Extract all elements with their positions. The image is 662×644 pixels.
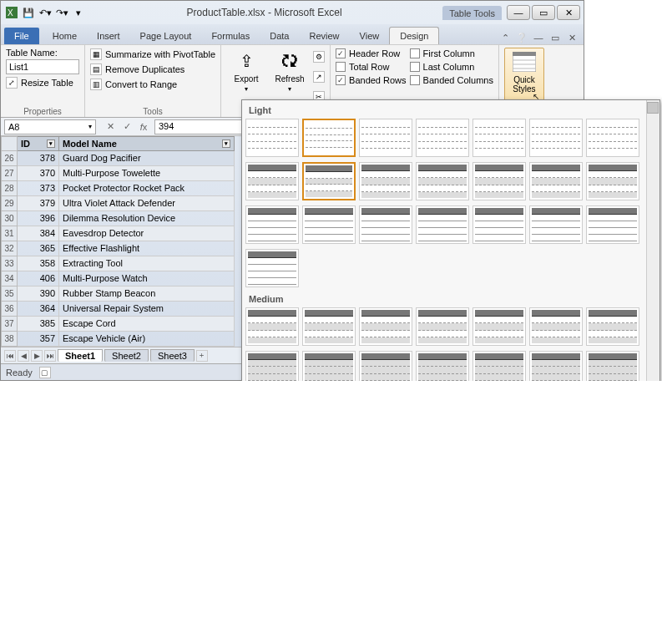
cell-id[interactable]: 365 xyxy=(18,241,59,256)
table-style-swatch[interactable] xyxy=(416,119,469,157)
remove-duplicates-button[interactable]: ▤Remove Duplicates xyxy=(90,63,215,76)
row-header[interactable]: 38 xyxy=(1,332,18,347)
resize-table-button[interactable]: ⤢ Resize Table xyxy=(6,76,79,89)
row-header[interactable]: 27 xyxy=(1,166,18,181)
tab-review[interactable]: Review xyxy=(299,28,349,44)
cell-id[interactable]: 384 xyxy=(18,226,59,241)
sheet-tab-2[interactable]: Sheet2 xyxy=(104,349,149,362)
name-box[interactable]: A8▾ xyxy=(4,119,96,134)
table-style-swatch[interactable] xyxy=(245,119,299,157)
tab-formulas[interactable]: Formulas xyxy=(201,28,260,44)
mdi-restore-icon[interactable]: ▭ xyxy=(548,31,562,44)
cell-id[interactable]: 390 xyxy=(18,287,59,302)
cell-id[interactable]: 396 xyxy=(18,211,59,226)
cell-id[interactable]: 406 xyxy=(18,271,59,287)
sheet-nav-last[interactable]: ⏭ xyxy=(44,350,56,362)
tab-view[interactable]: View xyxy=(350,28,390,44)
table-style-swatch[interactable] xyxy=(586,205,639,244)
row-header[interactable]: 37 xyxy=(1,317,18,332)
row-header[interactable]: 35 xyxy=(1,287,18,302)
export-button[interactable]: ⇪ Export ▾ xyxy=(226,48,266,106)
refresh-button[interactable]: 🗘 Refresh ▾ xyxy=(270,48,310,106)
gallery-scrollbar[interactable] xyxy=(646,100,659,381)
table-style-swatch[interactable] xyxy=(416,205,469,244)
cell-model[interactable]: Eavesdrop Detector xyxy=(59,226,235,241)
cell-model[interactable]: Multi-Purpose Watch xyxy=(59,271,235,287)
sheet-nav-prev[interactable]: ◀ xyxy=(18,350,29,362)
minimize-button[interactable]: — xyxy=(507,5,530,20)
fx-icon[interactable]: fx xyxy=(136,119,151,134)
row-header[interactable]: 31 xyxy=(1,226,18,241)
table-style-swatch[interactable] xyxy=(302,205,356,244)
table-style-swatch[interactable] xyxy=(586,307,639,346)
cell-model[interactable]: Escape Vehicle (Air) xyxy=(59,332,235,347)
tablename-input[interactable] xyxy=(6,59,79,74)
row-header[interactable]: 26 xyxy=(1,151,18,166)
sheet-nav-next[interactable]: ▶ xyxy=(31,350,43,362)
row-header[interactable]: 33 xyxy=(1,256,18,271)
cell-model[interactable]: Escape Cord xyxy=(59,317,235,332)
table-header-model[interactable]: Model Name▾ xyxy=(59,136,235,151)
cell-id[interactable]: 370 xyxy=(18,166,59,181)
table-style-swatch[interactable] xyxy=(472,307,526,346)
table-style-swatch[interactable] xyxy=(359,119,412,157)
table-style-swatch[interactable] xyxy=(302,351,356,381)
table-style-swatch[interactable] xyxy=(245,307,299,346)
quick-styles-button[interactable]: Quick Styles ↖ xyxy=(504,48,544,106)
ribbon-minimize-icon[interactable]: ⌃ xyxy=(498,31,512,44)
table-style-swatch[interactable] xyxy=(529,205,583,244)
table-style-swatch[interactable] xyxy=(529,119,583,157)
undo-icon[interactable]: ↶▾ xyxy=(38,5,53,20)
row-header[interactable]: 30 xyxy=(1,211,18,226)
last-column-checkbox[interactable]: Last Column xyxy=(410,61,493,73)
banded-columns-checkbox[interactable]: Banded Columns xyxy=(410,74,493,86)
table-style-swatch[interactable] xyxy=(529,351,583,381)
table-style-swatch[interactable] xyxy=(245,162,299,200)
cell-id[interactable]: 378 xyxy=(18,151,59,166)
table-style-swatch[interactable] xyxy=(586,351,639,381)
filter-dropdown-id[interactable]: ▾ xyxy=(47,139,55,148)
tab-pagelayout[interactable]: Page Layout xyxy=(130,28,202,44)
row-header[interactable]: 36 xyxy=(1,302,18,317)
enter-formula-icon[interactable]: ✓ xyxy=(119,119,134,134)
close-button[interactable]: ✕ xyxy=(557,5,580,20)
row-header[interactable]: 29 xyxy=(1,196,18,211)
table-style-swatch[interactable] xyxy=(586,119,639,157)
table-style-swatch[interactable] xyxy=(472,119,526,157)
cell-model[interactable]: Dilemma Resolution Device xyxy=(59,211,235,226)
ext-properties-icon[interactable]: ⚙ xyxy=(313,51,325,63)
mdi-minimize-icon[interactable]: — xyxy=(532,31,545,44)
excel-icon[interactable]: X xyxy=(4,5,19,20)
table-style-swatch[interactable] xyxy=(416,307,469,346)
row-header[interactable]: 28 xyxy=(1,181,18,196)
tab-design[interactable]: Design xyxy=(389,27,439,44)
cell-id[interactable]: 385 xyxy=(18,317,59,332)
cell-model[interactable]: Effective Flashlight xyxy=(59,241,235,256)
row-header[interactable]: 34 xyxy=(1,271,18,287)
banded-rows-checkbox[interactable]: ✓Banded Rows xyxy=(336,74,407,86)
tab-data[interactable]: Data xyxy=(260,28,299,44)
redo-icon[interactable]: ↷▾ xyxy=(54,5,69,20)
sheet-nav-first[interactable]: ⏮ xyxy=(4,350,16,362)
cancel-formula-icon[interactable]: ✕ xyxy=(103,119,118,134)
filter-dropdown-model[interactable]: ▾ xyxy=(222,139,230,148)
cell-model[interactable]: Guard Dog Pacifier xyxy=(59,151,235,166)
summarize-pivot-button[interactable]: ▦Summarize with PivotTable xyxy=(90,48,215,61)
table-style-swatch[interactable] xyxy=(359,307,412,346)
table-style-swatch[interactable] xyxy=(302,162,356,200)
cell-model[interactable]: Multi-Purpose Towelette xyxy=(59,166,235,181)
save-icon[interactable]: 💾 xyxy=(21,5,36,20)
cell-id[interactable]: 357 xyxy=(18,332,59,347)
sheet-tab-3[interactable]: Sheet3 xyxy=(150,349,195,362)
tab-file[interactable]: File xyxy=(4,28,39,44)
macro-record-icon[interactable]: ▢ xyxy=(39,367,51,378)
table-style-swatch[interactable] xyxy=(359,162,412,200)
first-column-checkbox[interactable]: First Column xyxy=(410,48,493,59)
tab-insert[interactable]: Insert xyxy=(87,28,130,44)
open-browser-icon[interactable]: ↗ xyxy=(313,71,325,83)
table-style-swatch[interactable] xyxy=(245,249,299,287)
table-style-swatch[interactable] xyxy=(472,351,526,381)
header-row-checkbox[interactable]: ✓Header Row xyxy=(336,48,407,59)
insert-sheet-icon[interactable]: ＋ xyxy=(196,350,208,362)
table-style-swatch[interactable] xyxy=(416,351,469,381)
